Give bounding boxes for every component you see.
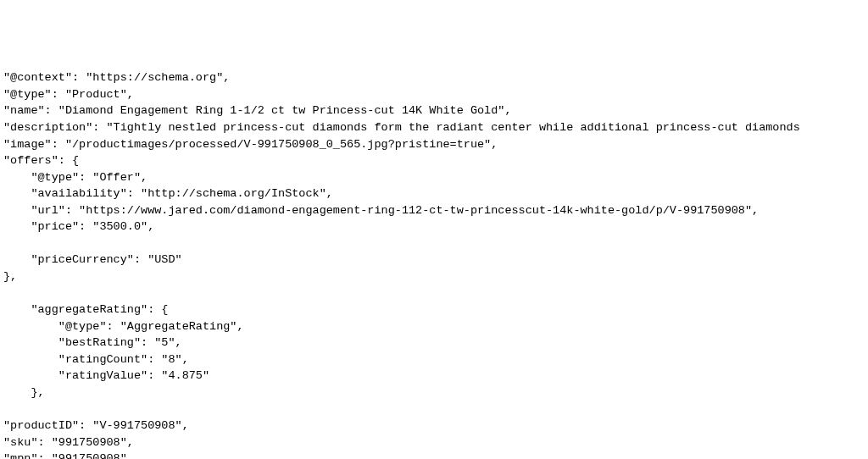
json-code-snippet: "@context": "https://schema.org", "@type… xyxy=(3,69,865,459)
code-line: "mpn": "991750908", xyxy=(3,452,134,459)
code-line: "productID": "V-991750908", xyxy=(3,419,189,432)
code-line: "name": "Diamond Engagement Ring 1-1/2 c… xyxy=(3,104,512,117)
code-line: "sku": "991750908", xyxy=(3,436,134,449)
code-line: "image": "/productimages/processed/V-991… xyxy=(3,138,498,151)
code-line: "ratingCount": "8", xyxy=(3,353,189,366)
code-line: }, xyxy=(3,386,45,399)
code-line: "ratingValue": "4.875" xyxy=(3,369,209,382)
code-line: "price": "3500.0", xyxy=(3,220,154,233)
code-line: "offers": { xyxy=(3,154,79,167)
code-line: "@type": "Product", xyxy=(3,88,134,101)
code-line: "description": "Tightly nestled princess… xyxy=(3,121,800,134)
code-line: "aggregateRating": { xyxy=(3,303,168,316)
code-line: "@context": "https://schema.org", xyxy=(3,71,230,84)
code-line: "priceCurrency": "USD" xyxy=(3,253,182,266)
code-line: "availability": "http://schema.org/InSto… xyxy=(3,187,333,200)
code-line: }, xyxy=(3,270,17,283)
code-line: "@type": "AggregateRating", xyxy=(3,320,244,333)
code-line: "@type": "Offer", xyxy=(3,171,147,184)
code-line: "url": "https://www.jared.com/diamond-en… xyxy=(3,204,759,217)
code-line: "bestRating": "5", xyxy=(3,336,182,349)
